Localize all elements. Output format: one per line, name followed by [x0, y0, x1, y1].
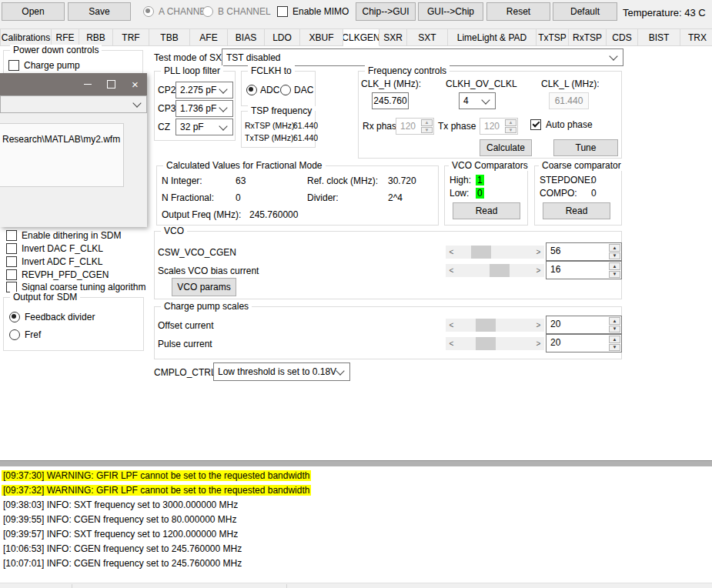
scroll-left-icon[interactable]	[446, 264, 457, 277]
scroll-right-icon[interactable]	[533, 264, 544, 277]
offset-current-spinner[interactable]: 20	[546, 316, 622, 334]
n-integer-value: 63	[236, 175, 246, 186]
cp2-combobox[interactable]: 2.275 pF	[175, 82, 233, 99]
tab-xbuf[interactable]: XBUF	[300, 28, 343, 45]
offset-current-label: Offset current	[158, 320, 213, 331]
radio-icon	[9, 312, 20, 322]
adc-radio[interactable]: ADC	[246, 85, 279, 95]
checkbox-checked-icon	[530, 119, 541, 130]
invert-dac-fclkl-checkbox[interactable]: Invert DAC F_CLKL	[6, 243, 103, 254]
tab-rfe[interactable]: RFE	[52, 28, 79, 45]
tab-limelight-pad[interactable]: LimeLight & PAD	[448, 28, 537, 45]
tab-tbb[interactable]: TBB	[149, 28, 190, 45]
csw-vco-cgen-scrollbar[interactable]	[446, 246, 544, 259]
cp3-combobox[interactable]: 1.736 pF	[175, 100, 233, 117]
spin-down-icon[interactable]	[609, 326, 620, 333]
tab-trx[interactable]: TRX	[680, 28, 712, 45]
reset-button[interactable]: Reset	[486, 2, 550, 21]
scroll-left-icon[interactable]	[446, 337, 457, 350]
scroll-thumb[interactable]	[476, 337, 496, 350]
spin-down-icon[interactable]	[609, 344, 620, 352]
tab-calibrations[interactable]: Calibrations	[0, 28, 52, 45]
overlay-window[interactable]: Research\MATLAB\my2.wfm	[0, 73, 147, 227]
spin-up-icon[interactable]	[609, 317, 620, 325]
auto-phase-checkbox[interactable]: Auto phase	[530, 119, 593, 130]
calculate-button[interactable]: Calculate	[480, 139, 532, 156]
tab-rbb[interactable]: RBB	[79, 28, 113, 45]
fclkh-to-group: FCLKH to ADC DAC	[241, 71, 316, 106]
log-area[interactable]: [09:37:30] WARNING: GFIR LPF cannot be s…	[0, 467, 712, 583]
tab-ldo[interactable]: LDO	[265, 28, 300, 45]
radio-icon	[202, 6, 213, 17]
scroll-thumb[interactable]	[490, 264, 510, 277]
enable-mimo-checkbox[interactable]: Enable MIMO	[277, 6, 349, 17]
default-button[interactable]: Default	[553, 2, 617, 21]
scroll-thumb[interactable]	[476, 319, 496, 332]
tab-clkgen[interactable]: CLKGEN	[343, 28, 379, 46]
cmplo-ctrl-combobox[interactable]: Low threshold is set to 0.18V	[213, 362, 350, 381]
save-button[interactable]: Save	[68, 2, 131, 21]
tune-button[interactable]: Tune	[553, 139, 618, 156]
scroll-right-icon[interactable]	[533, 337, 544, 350]
overlay-combobox[interactable]	[0, 95, 147, 113]
dac-radio[interactable]: DAC	[280, 85, 313, 95]
vco-params-button[interactable]: VCO params	[172, 278, 236, 296]
vco-bias-scrollbar[interactable]	[446, 264, 544, 277]
maximize-button[interactable]	[99, 73, 123, 95]
scroll-right-icon[interactable]	[533, 246, 544, 259]
feedback-divider-radio[interactable]: Feedback divider	[9, 312, 95, 322]
pulse-current-scrollbar[interactable]	[446, 337, 544, 350]
n-integer-label: N Integer:	[162, 175, 202, 186]
scroll-left-icon[interactable]	[446, 246, 457, 259]
low-value: 0	[476, 188, 484, 199]
spin-down-icon[interactable]	[609, 252, 620, 260]
tab-txtsp[interactable]: TxTSP	[537, 28, 569, 45]
tab-rxtsp[interactable]: RxTSP	[569, 28, 607, 45]
spin-up-icon[interactable]	[609, 336, 620, 343]
scroll-thumb[interactable]	[471, 246, 491, 259]
clk-h-input[interactable]: 245.760	[372, 92, 409, 109]
test-mode-combobox[interactable]: TST disabled	[222, 48, 623, 66]
b-channel-radio[interactable]: B CHANNEL	[202, 6, 271, 17]
scroll-right-icon[interactable]	[533, 319, 544, 332]
offset-current-scrollbar[interactable]	[446, 319, 544, 332]
fref-radio[interactable]: Fref	[9, 329, 41, 340]
gui-to-chip-button[interactable]: GUI-->Chip	[418, 2, 483, 21]
tab-sxt[interactable]: SXT	[407, 28, 448, 45]
spin-up-icon[interactable]	[609, 262, 620, 270]
close-button[interactable]	[123, 73, 147, 95]
radio-icon	[143, 6, 154, 17]
file-listbox[interactable]: Research\MATLAB\my2.wfm	[0, 123, 124, 187]
enable-dithering-checkbox[interactable]: Enable dithering in SDM	[6, 230, 121, 241]
clkh-ov-clkl-combobox[interactable]: 4	[459, 92, 496, 109]
tab-afe[interactable]: AFE	[190, 28, 228, 45]
chevron-down-icon	[219, 122, 227, 130]
spin-down-icon[interactable]	[609, 271, 620, 279]
revph-pfd-cgen-checkbox[interactable]: REVPH_PFD_CGEN	[6, 269, 109, 280]
vco-bias-spinner[interactable]: 16	[546, 261, 622, 279]
cz-combobox[interactable]: 32 pF	[175, 119, 233, 135]
file-entry[interactable]: Research\MATLAB\my2.wfm	[2, 134, 120, 145]
tab-bist[interactable]: BIST	[638, 28, 680, 45]
minimize-button[interactable]	[75, 73, 99, 95]
scroll-left-icon[interactable]	[446, 319, 457, 332]
open-button[interactable]: Open	[2, 2, 65, 21]
tab-cds[interactable]: CDS	[607, 28, 638, 45]
spin-up-icon[interactable]	[609, 244, 620, 252]
vco-comparators-read-button[interactable]: Read	[453, 202, 520, 219]
high-value: 1	[476, 175, 484, 185]
pll-loop-filter-group: PLL loop filter CP2 2.275 pF CP3 1.736 p…	[154, 71, 236, 141]
pulse-current-spinner[interactable]: 20	[546, 334, 622, 352]
tab-bias[interactable]: BIAS	[228, 28, 265, 45]
coarse-comparator-read-button[interactable]: Read	[543, 202, 610, 219]
a-channel-radio[interactable]: A CHANNEL	[143, 6, 211, 17]
tab-sxr[interactable]: SXR	[379, 28, 407, 45]
csw-vco-cgen-spinner[interactable]: 56	[546, 242, 622, 261]
log-splitter[interactable]	[0, 460, 712, 467]
tab-trf[interactable]: TRF	[113, 28, 149, 45]
signal-coarse-tuning-checkbox[interactable]: Signal coarse tuning algorithm	[6, 282, 145, 292]
chip-to-gui-button[interactable]: Chip-->GUI	[356, 2, 416, 21]
overlay-window-titlebar[interactable]	[0, 73, 147, 95]
charge-pump-checkbox[interactable]: Charge pump	[8, 60, 80, 71]
invert-adc-fclkl-checkbox[interactable]: Invert ADC F_CLKL	[6, 256, 102, 267]
